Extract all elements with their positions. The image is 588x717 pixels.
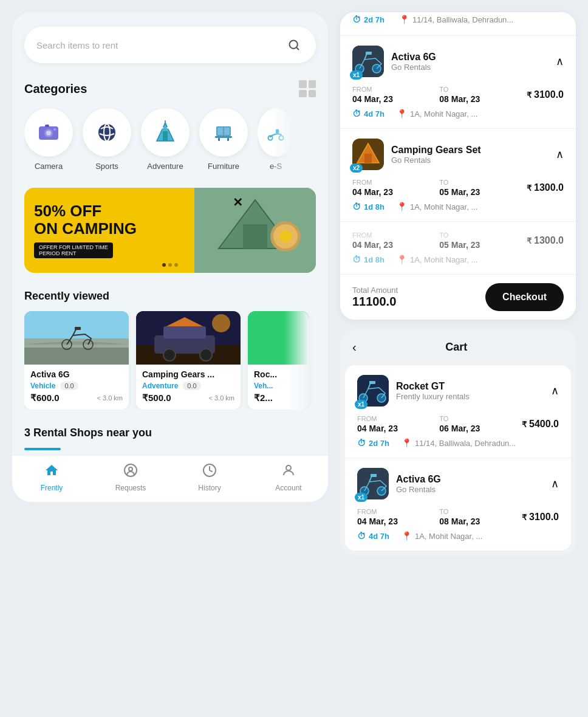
camping-price-display: ₹ 1300.0 <box>527 182 564 193</box>
requests-icon <box>123 463 138 481</box>
cart2-back-button[interactable]: ‹ <box>352 340 357 354</box>
cart2-activa: x1 Activa 6G Go Rentals ∧ FROM 04 Mar, 2… <box>345 458 571 551</box>
cart2-activa-dates: FROM 04 Mar, 23 TO 08 Mar, 23 ₹ 3100.0 <box>357 508 559 526</box>
nav-item-home[interactable]: Frently <box>12 463 91 492</box>
cart2-activa-address: 📍 1A, Mohit Nagar, ... <box>402 531 482 541</box>
cart2-items: x1 Rocket GT Frently luxury rentals ∧ FR… <box>345 365 571 551</box>
category-item-sports[interactable]: Sports <box>83 108 131 171</box>
cart2-activa-badge: x1 <box>355 493 368 502</box>
camping-price-row: ₹500.0 < 3.0 km <box>142 393 234 403</box>
svg-rect-57 <box>364 154 372 163</box>
camping-rating: 0.0 <box>183 382 200 390</box>
camping2-duration: ⏱ 1d 8h <box>352 255 385 264</box>
cart2-rocket-title: Rocket GT <box>396 381 470 392</box>
cart-card-1: ⏱ 2d 7h 📍 11/14, Balliwala, Dehradun... <box>340 12 576 320</box>
activa-card-body: Activa 6G Vehicle 0.0 ₹600.0 < 3.0 km <box>24 365 129 410</box>
recent-card-partial[interactable]: Roc... Veh... ₹2... <box>248 311 309 410</box>
camping2-address: 📍 1A, Mohit Nagar, ... <box>397 255 477 264</box>
cart2-activa-avatar: x1 <box>357 468 389 499</box>
nav-item-requests[interactable]: Requests <box>91 463 170 492</box>
search-bar[interactable]: Search items to rent <box>24 27 316 63</box>
cart2-rocket-header: x1 Rocket GT Frently luxury rentals ∧ <box>357 375 559 407</box>
activa-price: ₹600.0 <box>30 393 60 403</box>
activa-item-shop: Go Rentals <box>391 63 436 72</box>
furniture-label: Furniture <box>208 162 239 171</box>
camping-address: 📍 1A, Mohit Nagar, ... <box>397 202 477 211</box>
search-icon[interactable] <box>284 35 304 55</box>
bottom-nav: Frently Requests History <box>12 455 328 502</box>
svg-point-48 <box>286 465 291 470</box>
cart2-activa-price: ₹ 3100.0 <box>522 512 559 523</box>
grid-view-icon[interactable] <box>299 80 316 97</box>
cart-item-rocket-partial: ⏱ 2d 7h 📍 11/14, Balliwala, Dehradun... <box>340 12 576 36</box>
camping-tags: Adventure 0.0 <box>142 382 234 390</box>
banner-main-text: 50% OFFON CAMPING <box>34 202 137 237</box>
nav-label-requests: Requests <box>115 484 146 492</box>
recent-card-camping[interactable]: Camping Gears ... Adventure 0.0 ₹500.0 <… <box>136 311 241 410</box>
activa-rating: 0.0 <box>60 382 78 390</box>
svg-text:✦ ✦: ✦ ✦ <box>160 125 170 131</box>
camping2-price-display: ₹ 1300.0 <box>527 235 564 246</box>
checkout-button[interactable]: Checkout <box>485 283 564 311</box>
activa-item-title: Activa 6G <box>391 52 436 63</box>
category-item-adventure[interactable]: ✦ ✦ Adventure <box>141 108 190 171</box>
cart2-activa-shop: Go Rentals <box>396 485 441 494</box>
cart-item-activa: x1 Activa 6G Go Rentals ∧ FROM 04 Mar, 2… <box>340 36 576 129</box>
shops-section: 3 Rental Shops near you <box>24 427 316 450</box>
activa-to-date: 08 Mar, 23 <box>439 94 480 104</box>
activa-from-label: FROM <box>352 86 393 93</box>
promo-banner[interactable]: 50% OFFON CAMPING OFFER FOR LIMITED TIME… <box>24 188 316 273</box>
svg-rect-62 <box>369 381 375 384</box>
rocket-partial-duration: ⏱ 2d 7h <box>352 15 385 24</box>
activa-price-row: ₹600.0 < 3.0 km <box>30 393 123 403</box>
camping-to-date: 05 Mar, 23 <box>439 187 480 197</box>
recent-card-activa[interactable]: Activa 6G Vehicle 0.0 ₹600.0 < 3.0 km <box>24 311 129 410</box>
category-item-furniture[interactable]: Furniture <box>199 108 248 171</box>
activa-to-label: TO <box>439 86 480 93</box>
svg-rect-53 <box>366 52 372 55</box>
activa-badge: x1 <box>350 70 363 80</box>
cart2-rocket-avatar: x1 <box>357 375 389 407</box>
adventure-label: Adventure <box>147 162 183 171</box>
camping-date-row: FROM 04 Mar, 23 TO 05 Mar, 23 ₹ 1300.0 <box>352 179 564 197</box>
partial-price: ₹2... <box>254 393 273 403</box>
category-item-escooter[interactable]: e-S <box>258 108 294 171</box>
cart2-activa-meta: ⏱ 4d 7h 📍 1A, Mohit Nagar, ... <box>357 531 559 541</box>
checkout-bar: Total Amount 11100.0 Checkout <box>340 274 576 320</box>
cart2-activa-duration: ⏱ 4d 7h <box>357 531 389 541</box>
activa-distance: < 3.0 km <box>97 394 123 402</box>
camping-chevron[interactable]: ∧ <box>556 148 564 161</box>
svg-point-4 <box>46 131 51 136</box>
camping-from-label: FROM <box>352 179 393 186</box>
cart2-activa-chevron[interactable]: ∧ <box>551 477 559 490</box>
account-icon <box>281 463 296 481</box>
banner-close-icon[interactable]: ✕ <box>233 195 243 210</box>
svg-line-1 <box>296 47 299 50</box>
categories-title: Categories <box>24 82 87 96</box>
activa-avatar: x1 <box>352 46 384 77</box>
cart2-rocket-address: 📍 11/14, Balliwala, Dehradun... <box>402 438 516 448</box>
camping-item-title: Camping Gears Set <box>391 145 481 156</box>
camping-badge: x2 <box>350 163 363 173</box>
camping-item-shop: Go Rentals <box>391 156 481 165</box>
activa-duration: ⏱ 4d 7h <box>352 109 385 118</box>
camping-name: Camping Gears ... <box>142 369 234 379</box>
activa-chevron[interactable]: ∧ <box>556 55 564 68</box>
svg-point-40 <box>163 349 176 361</box>
nav-item-history[interactable]: History <box>170 463 249 492</box>
nav-item-account[interactable]: Account <box>249 463 328 492</box>
svg-rect-16 <box>224 128 230 135</box>
camping-meta-row: ⏱ 1d 8h 📍 1A, Mohit Nagar, ... <box>352 202 564 211</box>
cart2-rocket-chevron[interactable]: ∧ <box>551 384 559 397</box>
activa-category-tag: Vehicle <box>30 382 55 390</box>
activa-name: Activa 6G <box>30 369 123 379</box>
cart2-rocket-shop: Frently luxury rentals <box>396 392 470 401</box>
shops-underline <box>24 448 61 450</box>
categories-row: Camera Sports ✦ ✦ <box>24 108 316 171</box>
category-item-camera[interactable]: Camera <box>24 108 73 171</box>
partial-category: Veh... <box>254 382 273 390</box>
cart2-activa-title: Activa 6G <box>396 474 441 485</box>
camping2-from-date: 04 Mar, 23 <box>352 240 393 250</box>
banner-sub-offer: OFFER FOR LIMITED TIMEPERIOD RENT <box>34 242 113 258</box>
camera-label: Camera <box>35 162 63 171</box>
